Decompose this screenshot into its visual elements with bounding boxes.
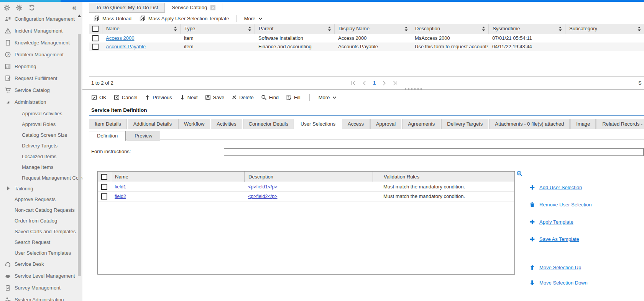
find-button[interactable]: Find [261, 95, 279, 100]
sidebar-item-system-administration[interactable]: System Administration [0, 294, 82, 301]
table-row[interactable]: field1 <p>field1</p> Must match the mand… [98, 182, 514, 192]
tab-workflow[interactable]: Workflow [178, 119, 210, 129]
action-remove-user-selection[interactable]: Remove User Selection [529, 202, 592, 208]
column-header-description[interactable]: Description [411, 24, 488, 34]
column-header-validation-rules[interactable]: Validation Rules [373, 172, 514, 182]
action-add-user-selection[interactable]: Add User Selection [529, 185, 582, 190]
pane-splitter[interactable] [82, 89, 644, 90]
first-page-icon[interactable] [351, 80, 356, 86]
more-button[interactable]: More [319, 95, 337, 100]
tab-connector-details[interactable]: Connector Details [243, 119, 294, 129]
sidebar-item-approve-requests[interactable]: Approve Requests [0, 194, 82, 204]
select-all-checkbox[interactable] [92, 26, 99, 32]
action-link[interactable]: Apply Template [539, 219, 573, 225]
gear-icon[interactable] [3, 4, 10, 11]
tab-todo-queue[interactable]: To Do Queue: My To Do List [89, 3, 165, 13]
action-link[interactable]: Move Selection Up [539, 265, 581, 270]
tab-preview[interactable]: Preview [127, 131, 160, 141]
row-checkbox[interactable] [101, 193, 107, 200]
sidebar-item-service-catalog[interactable]: Service Catalog [0, 84, 82, 96]
sidebar-scrollbar-thumb[interactable] [78, 34, 81, 276]
record-link[interactable]: Access 2000 [106, 35, 134, 41]
column-header-display-name[interactable]: Display Name [334, 24, 411, 34]
tab-approval[interactable]: Approval [370, 119, 401, 129]
sidebar-item-service-desk[interactable]: Service Desk [0, 258, 82, 270]
sort-icon[interactable] [482, 26, 485, 31]
delete-button[interactable]: Delete [232, 95, 254, 100]
table-row[interactable]: field2 <p>field2</p> Must match the mand… [98, 192, 514, 201]
sidebar-item-non-cart-catalog-requests[interactable]: Non-cart Catalog Requests [0, 204, 82, 215]
action-apply-template[interactable]: Apply Template [529, 219, 573, 225]
previous-button[interactable]: Previous [145, 95, 172, 100]
sort-icon[interactable] [328, 26, 331, 31]
table-row[interactable]: Access 2000 item Software Installation A… [89, 34, 644, 43]
sidebar-collapse-button[interactable]: « [72, 2, 77, 12]
last-page-icon[interactable] [393, 80, 398, 86]
close-tab-icon[interactable] [210, 5, 215, 10]
sidebar-item-service-level-management[interactable]: Service Level Management [0, 270, 82, 282]
tab-image[interactable]: Image [570, 119, 596, 129]
mass-unload-button[interactable]: Mass Unload [91, 15, 134, 21]
sidebar-item-reporting[interactable]: Reporting [0, 61, 82, 72]
sidebar-item-configuration-management[interactable]: Configuration Management [0, 13, 82, 25]
more-button[interactable]: More [242, 16, 266, 21]
next-button[interactable]: Next [179, 95, 198, 100]
row-checkbox[interactable] [101, 184, 107, 190]
fill-button[interactable]: Fill [286, 95, 301, 100]
sidebar-item-localized-items[interactable]: Localized Items [0, 151, 82, 162]
sidebar-item-knowledge-management[interactable]: Knowledge Management [0, 37, 82, 49]
field-link[interactable]: field1 [115, 184, 126, 190]
cancel-button[interactable]: Cancel [114, 95, 137, 100]
action-move-selection-up[interactable]: Move Selection Up [529, 265, 581, 270]
tab-access[interactable]: Access [342, 119, 370, 129]
action-link[interactable]: Remove User Selection [539, 202, 592, 208]
tab-item-details[interactable]: Item Details [89, 119, 127, 129]
sidebar-item-request-management-conv[interactable]: Request Management Conv [0, 172, 82, 183]
sidebar-item-order-from-catalog[interactable]: Order from Catalog [0, 215, 82, 226]
tab-activities[interactable]: Activities [211, 119, 242, 129]
sidebar-item-tailoring[interactable]: Tailoring [0, 183, 82, 194]
column-header-description[interactable]: Description [244, 172, 373, 182]
sidebar-item-delivery-targets[interactable]: Delivery Targets [0, 140, 82, 151]
sidebar-item-approval-roles[interactable]: Approval Roles [0, 119, 82, 129]
sidebar-item-survey-management[interactable]: Survey Management [0, 282, 82, 294]
row-checkbox[interactable] [92, 35, 99, 41]
action-save-as-template[interactable]: Save As Template [529, 236, 579, 242]
select-all-checkbox[interactable] [101, 174, 107, 180]
sort-icon[interactable] [248, 26, 251, 31]
tab-delivery-targets[interactable]: Delivery Targets [441, 119, 488, 129]
tab-agreements[interactable]: Agreements [402, 119, 440, 129]
field-description-link[interactable]: <p>field1</p> [248, 184, 277, 190]
form-instructions-input[interactable] [224, 148, 644, 156]
column-header-type[interactable]: Type [180, 24, 255, 34]
magnifier-expand-icon[interactable] [516, 170, 523, 177]
mass-apply-user-selection-template-button[interactable]: Mass Apply User Selection Template [137, 15, 232, 21]
refresh-icon[interactable] [28, 4, 35, 11]
sidebar-item-request-fulfillment[interactable]: Request Fulfillment [0, 72, 82, 84]
sort-icon[interactable] [637, 26, 641, 31]
sidebar-item-search-request[interactable]: Search Request [0, 237, 82, 247]
tab-additional-details[interactable]: Additional Details [128, 119, 177, 129]
tab-definition[interactable]: Definition [89, 131, 126, 141]
sidebar-item-administration[interactable]: Administration [0, 96, 82, 108]
table-row[interactable]: Accounts Payable item Finance and Accoun… [89, 43, 644, 51]
sidebar-item-saved-carts-and-templates[interactable]: Saved Carts and Templates [0, 226, 82, 237]
next-page-icon[interactable] [381, 80, 387, 86]
sort-icon[interactable] [404, 26, 408, 31]
sidebar-item-incident-management[interactable]: Incident Management [0, 25, 82, 37]
field-link[interactable]: field2 [115, 194, 126, 199]
row-checkbox[interactable] [92, 44, 99, 50]
record-link[interactable]: Accounts Payable [106, 44, 146, 49]
column-header-subcategory[interactable]: Subcategory [565, 24, 644, 34]
sidebar-item-problem-management[interactable]: ? Problem Management [0, 49, 82, 61]
save-button[interactable]: Save [205, 95, 225, 100]
column-header-name[interactable]: Name [111, 172, 244, 182]
column-header-parent[interactable]: Parent [255, 24, 334, 34]
sidebar-scroll-up-arrow[interactable] [77, 15, 81, 17]
action-link[interactable]: Move Selection Down [539, 280, 588, 286]
sidebar-item-approval-activities[interactable]: Approval Activities [0, 108, 82, 119]
ok-button[interactable]: OK [91, 95, 107, 100]
sidebar-item-user-selection-templates[interactable]: User Selection Templates [0, 247, 82, 258]
action-link[interactable]: Save As Template [539, 236, 579, 242]
tab-attachments[interactable]: Attachments - 0 file(s) attached [489, 119, 570, 129]
